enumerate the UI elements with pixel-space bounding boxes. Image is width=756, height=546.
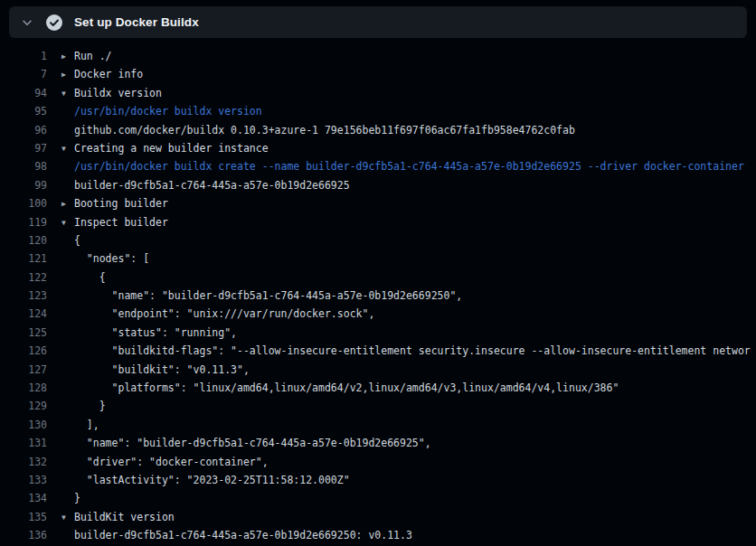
line-number[interactable]: 7 (0, 65, 47, 83)
group-title: Docker info (74, 68, 143, 80)
output-text: builder-d9cfb5a1-c764-445a-a57e-0b19d2e6… (47, 176, 350, 194)
line-number[interactable]: 136 (0, 526, 47, 544)
output-text: } (47, 397, 106, 415)
log-line[interactable]: 119▼Inspect builder (0, 213, 756, 231)
group-title: Run ./ (74, 50, 112, 62)
triangle-down-icon[interactable]: ▼ (61, 140, 74, 158)
group-title: Inspect builder (74, 216, 168, 229)
output-text: { (47, 231, 80, 249)
log-line[interactable]: 100▶Booting builder (0, 194, 756, 212)
line-number[interactable]: 126 (0, 342, 47, 360)
log-line: 99builder-d9cfb5a1-c764-445a-a57e-0b19d2… (0, 176, 756, 194)
line-number[interactable]: 97 (0, 139, 47, 157)
group-title: Booting builder (74, 197, 168, 210)
line-number[interactable]: 120 (0, 231, 47, 249)
output-text: } (47, 489, 80, 507)
command-text: /usr/bin/docker buildx version (47, 102, 262, 120)
line-number[interactable]: 100 (0, 194, 47, 212)
log-line: 130 ], (0, 416, 756, 434)
log-line: 124 "endpoint": "unix:///var/run/docker.… (0, 305, 756, 323)
output-text: "platforms": "linux/amd64,linux/amd64/v2… (47, 379, 619, 397)
group-title: Buildx version (74, 87, 162, 99)
output-text: "endpoint": "unix:///var/run/docker.sock… (47, 305, 374, 323)
output-text: "driver": "docker-container", (47, 453, 269, 471)
line-number[interactable]: 135 (0, 508, 47, 526)
line-number[interactable]: 119 (0, 213, 47, 231)
step-title: Set up Docker Buildx (74, 15, 199, 29)
step-header[interactable]: Set up Docker Buildx (9, 6, 747, 38)
log-lines-container[interactable]: 1▶Run ./7▶Docker info94▼Buildx version95… (0, 47, 756, 546)
output-text: builder-d9cfb5a1-c764-445a-a57e-0b19d2e6… (47, 526, 412, 544)
log-line: 121 "nodes": [ (0, 249, 756, 268)
log-line: 125 "status": "running", (0, 324, 756, 342)
chevron-down-icon[interactable] (20, 15, 34, 30)
log-line: 122 { (0, 268, 756, 287)
output-text: github.com/docker/buildx 0.10.3+azure-1 … (47, 121, 575, 139)
command-text: /usr/bin/docker buildx create --name bui… (47, 157, 744, 175)
line-number[interactable]: 1 (0, 47, 47, 65)
triangle-down-icon[interactable]: ▼ (61, 85, 74, 103)
output-text: "buildkitd-flags": "--allow-insecure-ent… (47, 342, 751, 360)
line-number[interactable]: 122 (0, 268, 47, 287)
triangle-right-icon[interactable]: ▶ (61, 66, 74, 84)
line-number[interactable]: 132 (0, 453, 47, 471)
log-line: 132 "driver": "docker-container", (0, 453, 756, 471)
output-text: "status": "running", (47, 324, 237, 342)
line-number[interactable]: 127 (0, 361, 47, 379)
group-title: BuildKit version (74, 511, 175, 523)
log-line: 126 "buildkitd-flags": "--allow-insecure… (0, 342, 756, 360)
line-number[interactable]: 129 (0, 397, 47, 415)
output-text: "name": "builder-d9cfb5a1-c764-445a-a57e… (47, 287, 462, 305)
line-number[interactable]: 99 (0, 176, 47, 194)
line-number[interactable]: 94 (0, 84, 47, 102)
group-title: Creating a new builder instance (74, 142, 269, 155)
line-number[interactable]: 121 (0, 249, 47, 268)
line-number[interactable]: 134 (0, 489, 47, 507)
line-number[interactable]: 131 (0, 434, 47, 452)
triangle-down-icon[interactable]: ▼ (61, 509, 74, 527)
log-line: 128 "platforms": "linux/amd64,linux/amd6… (0, 379, 756, 397)
output-text: { (47, 268, 106, 287)
line-number[interactable]: 125 (0, 324, 47, 342)
log-line[interactable]: 94▼Buildx version (0, 84, 756, 102)
output-text: "nodes": [ (47, 249, 149, 268)
output-text: "buildkit": "v0.11.3", (47, 361, 250, 379)
triangle-right-icon[interactable]: ▶ (61, 48, 74, 66)
line-number[interactable]: 133 (0, 471, 47, 489)
log-line: 131 "name": "builder-d9cfb5a1-c764-445a-… (0, 434, 756, 452)
log-line: 96github.com/docker/buildx 0.10.3+azure-… (0, 121, 756, 139)
log-line: 127 "buildkit": "v0.11.3", (0, 361, 756, 379)
actions-log-viewer: Set up Docker Buildx 1▶Run ./7▶Docker in… (0, 0, 756, 546)
line-number[interactable]: 124 (0, 305, 47, 323)
log-line[interactable]: 7▶Docker info (0, 65, 756, 83)
output-text: "lastActivity": "2023-02-25T11:58:12.000… (47, 471, 350, 489)
triangle-right-icon[interactable]: ▶ (61, 195, 74, 213)
line-number[interactable]: 98 (0, 157, 47, 175)
output-text: "name": "builder-d9cfb5a1-c764-445a-a57e… (47, 434, 431, 452)
log-line: 134} (0, 489, 756, 507)
log-line: 98/usr/bin/docker buildx create --name b… (0, 157, 756, 175)
line-number[interactable]: 128 (0, 379, 47, 397)
log-line: 95/usr/bin/docker buildx version (0, 102, 756, 120)
log-line: 129 } (0, 397, 756, 415)
line-number[interactable]: 123 (0, 287, 47, 305)
log-line: 120{ (0, 231, 756, 249)
check-circle-icon (45, 14, 63, 32)
log-line: 136builder-d9cfb5a1-c764-445a-a57e-0b19d… (0, 526, 756, 544)
line-number[interactable]: 95 (0, 102, 47, 120)
log-line[interactable]: 135▼BuildKit version (0, 508, 756, 526)
log-line: 133 "lastActivity": "2023-02-25T11:58:12… (0, 471, 756, 489)
output-text: ], (47, 416, 99, 434)
triangle-down-icon[interactable]: ▼ (61, 214, 74, 232)
line-number[interactable]: 130 (0, 416, 47, 434)
log-line[interactable]: 1▶Run ./ (0, 47, 756, 65)
log-line: 123 "name": "builder-d9cfb5a1-c764-445a-… (0, 287, 756, 305)
line-number[interactable]: 96 (0, 121, 47, 139)
log-line[interactable]: 97▼Creating a new builder instance (0, 139, 756, 157)
